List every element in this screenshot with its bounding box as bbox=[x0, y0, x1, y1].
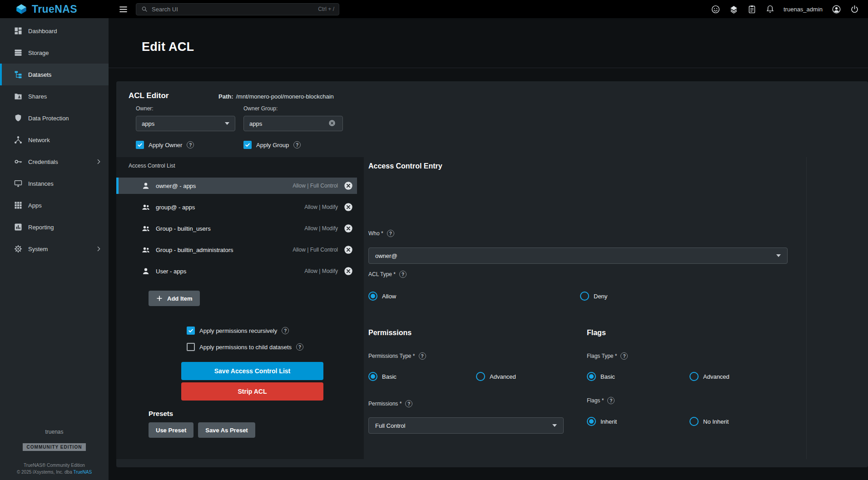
title-divider bbox=[109, 68, 868, 68]
flags-inherit-radio[interactable]: Inherit bbox=[587, 417, 617, 426]
vertical-divider bbox=[806, 157, 807, 459]
power-button[interactable] bbox=[848, 3, 861, 15]
owner-value: apps bbox=[142, 120, 154, 127]
acl-type-allow-radio[interactable]: Allow bbox=[368, 292, 396, 301]
flags-no-inherit-radio[interactable]: No Inherit bbox=[689, 417, 729, 426]
strip-acl-button[interactable]: Strip ACL bbox=[181, 382, 323, 401]
clear-owner-group-button[interactable] bbox=[328, 119, 337, 128]
footer-edition-text: TrueNAS® Community Edition bbox=[0, 463, 109, 468]
sidebar-item-storage[interactable]: Storage bbox=[0, 42, 109, 64]
acl-entry-row[interactable]: Group - builtin_users Allow | Modify bbox=[116, 220, 357, 237]
sidebar-item-apps[interactable]: Apps bbox=[0, 194, 109, 216]
copyright-text: © 2025 iXsystems, Inc. dba bbox=[17, 470, 73, 475]
app-logo[interactable]: TrueNAS bbox=[0, 3, 109, 15]
acl-entry-row[interactable]: owner@ - apps Allow | Full Control bbox=[116, 178, 357, 194]
acl-entry-name: Group - builtin_administrators bbox=[156, 247, 233, 253]
truenas-logo-icon bbox=[15, 3, 27, 15]
sidebar-item-credentials[interactable]: Credentials bbox=[0, 151, 109, 173]
help-icon[interactable] bbox=[405, 400, 412, 407]
acl-entry-permission: Allow | Modify bbox=[304, 225, 338, 232]
flags-type-basic-radio[interactable]: Basic bbox=[587, 372, 615, 381]
apply-group-checkbox[interactable] bbox=[243, 141, 252, 149]
bar-chart-icon bbox=[14, 223, 23, 232]
owner-group-input[interactable]: apps bbox=[243, 116, 343, 131]
truenas-link[interactable]: TrueNAS bbox=[73, 470, 92, 475]
remove-entry-button[interactable] bbox=[343, 181, 353, 191]
jobs-button[interactable] bbox=[745, 3, 758, 15]
radio-unselected-icon bbox=[689, 417, 699, 426]
add-item-button[interactable]: Add Item bbox=[149, 291, 200, 306]
sidebar-item-shares[interactable]: Shares bbox=[0, 85, 109, 107]
help-icon[interactable] bbox=[399, 271, 407, 278]
smiley-icon bbox=[711, 5, 720, 14]
apply-owner-checkbox[interactable] bbox=[136, 141, 144, 149]
app-logo-text: TrueNAS bbox=[32, 3, 77, 15]
acl-editor-card: ACL Editor Path:/mnt/monero-pool/monero-… bbox=[116, 81, 868, 467]
sidebar-item-label: Credentials bbox=[28, 158, 58, 165]
radio-unselected-icon bbox=[476, 372, 485, 381]
flags-section-title: Flags bbox=[587, 329, 606, 337]
shared-folder-icon bbox=[14, 92, 23, 101]
who-select[interactable]: owner@ bbox=[368, 247, 788, 264]
acl-type-deny-radio[interactable]: Deny bbox=[580, 292, 607, 301]
shield-icon bbox=[14, 114, 23, 123]
acl-entry-name: User - apps bbox=[156, 268, 186, 275]
truecommand-button[interactable] bbox=[727, 3, 740, 15]
search-shortcut-hint: Ctrl + / bbox=[318, 6, 334, 12]
help-icon[interactable] bbox=[296, 343, 303, 351]
remove-entry-button[interactable] bbox=[343, 223, 353, 233]
save-acl-button[interactable]: Save Access Control List bbox=[181, 362, 323, 380]
apply-group-row: Apply Group bbox=[243, 141, 301, 149]
permissions-type-label: Permissions Type * bbox=[368, 352, 426, 360]
sidebar-item-data-protection[interactable]: Data Protection bbox=[0, 107, 109, 129]
help-icon[interactable] bbox=[293, 141, 301, 148]
feedback-button[interactable] bbox=[709, 3, 722, 15]
cancel-circle-icon bbox=[343, 245, 353, 255]
sidebar-item-instances[interactable]: Instances bbox=[0, 173, 109, 194]
search-placeholder: Search UI bbox=[152, 6, 314, 13]
help-icon[interactable] bbox=[187, 141, 194, 148]
sidebar-item-label: Data Protection bbox=[28, 115, 69, 122]
radio-selected-icon bbox=[587, 372, 596, 381]
help-icon[interactable] bbox=[282, 327, 289, 334]
acl-editor-title: ACL Editor bbox=[129, 91, 169, 100]
acl-editor-header: ACL Editor Path:/mnt/monero-pool/monero-… bbox=[116, 81, 868, 157]
permissions-type-basic-radio[interactable]: Basic bbox=[368, 372, 397, 381]
account-button[interactable] bbox=[830, 3, 843, 15]
remove-entry-button[interactable] bbox=[343, 266, 353, 276]
save-as-preset-button[interactable]: Save As Preset bbox=[198, 422, 255, 438]
sidebar-item-reporting[interactable]: Reporting bbox=[0, 216, 109, 238]
help-icon[interactable] bbox=[620, 352, 628, 360]
use-preset-button[interactable]: Use Preset bbox=[149, 422, 193, 438]
apply-group-label: Apply Group bbox=[256, 142, 289, 148]
sidebar-item-system[interactable]: System bbox=[0, 238, 109, 260]
alerts-button[interactable] bbox=[764, 3, 776, 15]
sidebar-item-datasets[interactable]: Datasets bbox=[0, 64, 109, 85]
sidebar-item-network[interactable]: Network bbox=[0, 129, 109, 151]
chevron-right-icon bbox=[95, 158, 102, 165]
acl-entry-row[interactable]: Group - builtin_administrators Allow | F… bbox=[116, 242, 357, 258]
remove-entry-button[interactable] bbox=[343, 245, 353, 255]
owner-select[interactable]: apps bbox=[136, 116, 235, 131]
help-icon[interactable] bbox=[419, 352, 426, 360]
acl-entry-name: group@ - apps bbox=[156, 204, 195, 211]
hostname: truenas bbox=[0, 429, 109, 435]
flags-type-label: Flags Type * bbox=[587, 352, 628, 360]
remove-entry-button[interactable] bbox=[343, 202, 353, 212]
power-icon bbox=[850, 5, 859, 14]
flags-type-advanced-radio[interactable]: Advanced bbox=[689, 372, 729, 381]
page-title: Edit ACL bbox=[142, 40, 868, 54]
permissions-type-advanced-radio[interactable]: Advanced bbox=[476, 372, 516, 381]
acl-entry-row[interactable]: User - apps Allow | Modify bbox=[116, 263, 357, 279]
clipboard-icon bbox=[747, 5, 757, 14]
menu-toggle-button[interactable] bbox=[117, 3, 129, 15]
sidebar-item-dashboard[interactable]: Dashboard bbox=[0, 20, 109, 42]
apply-recursively-checkbox[interactable] bbox=[187, 327, 195, 335]
help-icon[interactable] bbox=[387, 230, 394, 237]
help-icon[interactable] bbox=[607, 397, 615, 404]
search-input[interactable]: Search UI Ctrl + / bbox=[136, 3, 339, 15]
dashboard-icon bbox=[14, 26, 23, 35]
permissions-select[interactable]: Full Control bbox=[368, 417, 564, 434]
acl-entry-row[interactable]: group@ - apps Allow | Modify bbox=[116, 199, 357, 215]
apply-child-datasets-checkbox[interactable] bbox=[187, 343, 195, 351]
